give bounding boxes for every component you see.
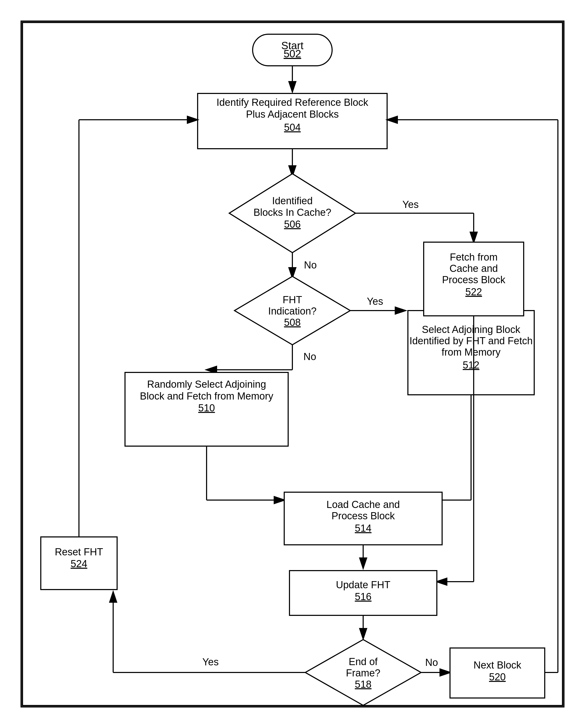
step520-l1: Next Block	[473, 659, 522, 671]
dec518-id: 518	[355, 679, 371, 690]
dec508-id: 508	[284, 317, 300, 328]
dec518-l1: End of	[349, 656, 378, 667]
step512-id: 512	[462, 360, 479, 370]
step522-l1: Fetch from	[450, 252, 498, 263]
step516-l1: Update FHT	[336, 579, 391, 590]
yes-508-label: Yes	[367, 296, 383, 307]
step522-id: 522	[465, 286, 482, 297]
start-id: 502	[284, 48, 301, 59]
step514-l2: Process Block	[331, 510, 395, 521]
dec506-l2: Blocks In Cache?	[254, 207, 331, 218]
step514-id: 514	[355, 523, 371, 534]
no-508-label: No	[303, 351, 316, 362]
step510-id: 510	[198, 402, 215, 414]
step516-id: 516	[355, 591, 371, 602]
step510-l1: Randomly Select Adjoining	[147, 379, 266, 390]
yes-506-label: Yes	[402, 199, 419, 210]
step514-l1: Load Cache and	[326, 499, 400, 510]
step522-l2: Cache and	[450, 263, 498, 274]
flowchart-main: Start 502 Identify Required Reference Bl…	[0, 0, 585, 728]
step512-l2: Identified by FHT and Fetch	[409, 335, 533, 346]
dec508-l1: FHT	[283, 294, 302, 305]
no-518-label: No	[425, 657, 438, 668]
dec518-l2: Frame?	[346, 668, 380, 678]
step522-l3: Process Block	[442, 274, 506, 285]
step520-id: 520	[489, 671, 506, 682]
step524-l1: Reset FHT	[55, 546, 103, 557]
yes-518-label: Yes	[202, 656, 219, 668]
step524-id: 524	[71, 558, 87, 569]
step504-l1: Identify Required Reference Block	[217, 97, 369, 108]
step504-l2: Plus Adjacent Blocks	[246, 109, 339, 120]
step504-id: 504	[284, 122, 300, 133]
step512-l1: Select Adjoining Block	[422, 324, 521, 335]
step512-l3: from Memory	[442, 347, 501, 358]
step510-l2: Block and Fetch from Memory	[140, 391, 273, 401]
dec506-id: 506	[284, 219, 300, 230]
dec508-l2: Indication?	[268, 306, 317, 317]
no-506-label: No	[304, 260, 317, 270]
dec506-l1: Identified	[272, 195, 313, 206]
